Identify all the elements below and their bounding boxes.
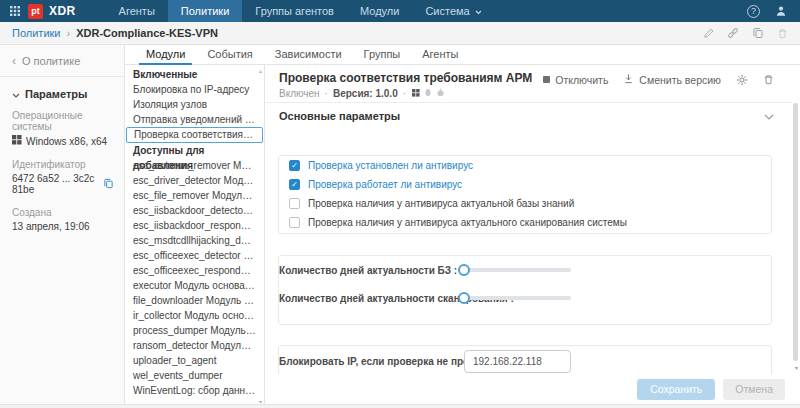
- module-list-item[interactable]: esc_autorun_remover Модуль осно...: [125, 158, 264, 173]
- dot-separator: ·: [403, 88, 406, 99]
- tab-dependencies[interactable]: Зависимости: [264, 45, 353, 64]
- module-list-item[interactable]: Отправка уведомлений на сторон...: [125, 112, 264, 127]
- module-list-item[interactable]: esc_file_remover Модуль основанн...: [125, 188, 264, 203]
- checkbox-av-kb-actual[interactable]: Проверка наличия у антивируса актуальной…: [289, 196, 761, 210]
- module-detail-panel: Проверка соответствия требованиям АРМ От…: [265, 65, 800, 408]
- checkbox-label[interactable]: Проверка работает ли антивирус: [308, 179, 462, 190]
- module-list-item[interactable]: WinEventLog: сбор данных из жур...: [125, 383, 264, 398]
- main-nav: Агенты Политики Группы агентов Модули Си…: [106, 0, 495, 22]
- sidebar-divider: [0, 76, 124, 77]
- parameters-section-toggle[interactable]: Параметры: [12, 88, 114, 100]
- checkbox-label[interactable]: Проверка наличия у антивируса актуальног…: [308, 217, 627, 228]
- os-value: Windows x86, x64: [26, 136, 107, 147]
- save-button[interactable]: Сохранить: [637, 379, 715, 400]
- parameters-section-title: Параметры: [25, 88, 87, 100]
- disable-button[interactable]: Отключить: [543, 74, 608, 86]
- checkbox-group-panel: ✓ Проверка установлен ли антивирус ✓ Про…: [278, 155, 772, 234]
- change-version-button[interactable]: Сменить версию: [623, 73, 721, 86]
- enabled-modules-header: Включенные: [125, 67, 264, 82]
- nav-system-label: Система: [425, 5, 469, 17]
- tab-modules[interactable]: Модули: [135, 45, 196, 64]
- checkbox-icon[interactable]: [289, 217, 300, 228]
- module-list-item[interactable]: Блокировка по IP-адресу: [125, 82, 264, 97]
- windows-icon: [12, 135, 22, 147]
- status-badge: Включен: [279, 88, 320, 99]
- checkbox-av-installed[interactable]: ✓ Проверка установлен ли антивирус: [289, 158, 761, 172]
- module-list-item[interactable]: esc_iisbackdoor_responder Модуль...: [125, 218, 264, 233]
- breadcrumb-policies-link[interactable]: Политики: [12, 27, 61, 39]
- module-list-item[interactable]: Проверка соответствия требован...: [126, 127, 263, 143]
- main-scrollbar-thumb[interactable]: [793, 103, 798, 361]
- download-icon: [623, 73, 634, 86]
- checkbox-icon[interactable]: ✓: [289, 179, 300, 190]
- slider-handle[interactable]: [458, 264, 470, 276]
- module-list-item[interactable]: Изоляция узлов: [125, 97, 264, 112]
- nav-agent-groups[interactable]: Группы агентов: [242, 0, 347, 22]
- module-list-item[interactable]: esc_officeexec_detector Модуль ос...: [125, 248, 264, 263]
- module-list-item[interactable]: file_downloader Модуль основанн...: [125, 293, 264, 308]
- version-label: Версия: 1.0.0: [333, 88, 398, 99]
- nav-system[interactable]: Система: [412, 0, 494, 22]
- created-label: Создана: [12, 207, 114, 218]
- list-scroll-up-icon[interactable]: ▴: [259, 68, 262, 74]
- collapse-chevron-icon[interactable]: [764, 110, 774, 122]
- module-list-item[interactable]: esc_iisbackdoor_detector Модуль о...: [125, 203, 264, 218]
- copy-icon[interactable]: [752, 27, 764, 39]
- nav-agents[interactable]: Агенты: [106, 0, 168, 22]
- module-list-item[interactable]: esc_msdtcdllhijacking_detector Мо...: [125, 233, 264, 248]
- main-scroll-down-icon[interactable]: ▾: [795, 365, 798, 371]
- topbar: pt XDR Агенты Политики Группы агентов Мо…: [0, 0, 800, 22]
- module-list-item[interactable]: esc_driver_detector Модуль основа...: [125, 173, 264, 188]
- delete-trash-icon[interactable]: [777, 28, 788, 39]
- horizontal-scrollbar-track[interactable]: [0, 404, 800, 408]
- module-list-item[interactable]: executor Модуль основанный на г...: [125, 278, 264, 293]
- module-list-item[interactable]: ransom_detector Модуль основан...: [125, 338, 264, 353]
- tab-groups[interactable]: Группы: [353, 45, 412, 64]
- app-grid-icon[interactable]: [0, 0, 28, 22]
- slider-handle[interactable]: [458, 292, 470, 304]
- chevron-down-icon: [12, 88, 20, 100]
- cancel-button[interactable]: Отмена: [723, 379, 785, 400]
- ip-field-row: Блокировать IP, если проверка не пройден…: [279, 350, 771, 373]
- module-list-item[interactable]: wel_events_dumper: [125, 368, 264, 383]
- back-to-policy-link[interactable]: ‹ О политике: [12, 55, 114, 67]
- tab-agents[interactable]: Агенты: [411, 45, 469, 64]
- checkbox-label[interactable]: Проверка установлен ли антивирус: [308, 160, 473, 171]
- module-list-item[interactable]: uploader_to_agent: [125, 353, 264, 368]
- checkbox-icon[interactable]: [289, 198, 300, 209]
- kb-days-slider[interactable]: [464, 268, 571, 272]
- dot-separator: ·: [325, 88, 328, 99]
- module-list-item[interactable]: ir_collector Модуль основанный н...: [125, 308, 264, 323]
- app-window: pt XDR Агенты Политики Группы агентов Мо…: [0, 0, 800, 408]
- nav-modules[interactable]: Модули: [347, 0, 412, 22]
- product-name: XDR: [49, 4, 76, 18]
- module-list-item[interactable]: esc_officeexec_responder Модуль ...: [125, 263, 264, 278]
- checkbox-av-running[interactable]: ✓ Проверка работает ли антивирус: [289, 177, 761, 191]
- checkbox-av-scan-actual[interactable]: Проверка наличия у антивируса актуальног…: [289, 215, 761, 229]
- nav-policies[interactable]: Политики: [168, 0, 243, 22]
- module-list-item[interactable]: process_dumper Модуль основан...: [125, 323, 264, 338]
- detail-footer: Сохранить Отмена: [265, 374, 800, 404]
- breadcrumb-current: XDR-Compliance-KES-VPN: [76, 27, 218, 39]
- gear-icon[interactable]: [736, 74, 748, 86]
- main-parameters-section: Основные параметры: [279, 110, 774, 122]
- delete-module-trash-icon[interactable]: [763, 74, 774, 85]
- apple-icon: [436, 88, 445, 99]
- edit-pencil-icon[interactable]: [703, 28, 714, 39]
- scan-days-slider[interactable]: [464, 296, 571, 300]
- tab-bar: Модули События Зависимости Группы Агенты: [125, 45, 800, 65]
- checkbox-icon[interactable]: ✓: [289, 160, 300, 171]
- ip-input[interactable]: [464, 350, 571, 373]
- help-icon[interactable]: ?: [747, 5, 760, 18]
- tab-events[interactable]: События: [196, 45, 263, 64]
- link-icon[interactable]: [727, 27, 739, 39]
- disable-button-label: Отключить: [555, 74, 608, 86]
- available-modules-header: Доступны для добавления: [125, 143, 264, 158]
- checkbox-label[interactable]: Проверка наличия у антивируса актуальной…: [308, 198, 574, 209]
- policy-action-icons: [703, 27, 788, 39]
- change-version-label: Сменить версию: [639, 74, 721, 86]
- user-icon[interactable]: [775, 5, 787, 17]
- nav-modules-label: Модули: [360, 5, 399, 17]
- breadcrumb: Политики › XDR-Compliance-KES-VPN: [0, 22, 800, 45]
- copy-id-icon[interactable]: [103, 178, 114, 191]
